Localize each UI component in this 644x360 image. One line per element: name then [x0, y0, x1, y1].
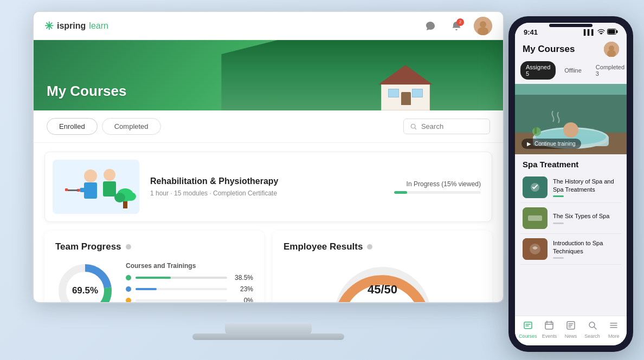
bottom-nav-events[interactable]: Events — [539, 320, 559, 339]
events-nav-label: Events — [542, 333, 557, 339]
continue-btn-label: Continue training — [534, 141, 576, 147]
top-nav: ✳ ispring learn 2 — [34, 12, 503, 40]
donut-legend: Courses and Trainings 38.5% 23% — [126, 262, 253, 303]
progress-bar-fill — [394, 191, 407, 194]
phone-tab-completed[interactable]: Completed 3 — [590, 61, 627, 80]
notifications-button[interactable]: 2 — [448, 17, 465, 35]
course-meta: 1 hour · 15 modules · Completion Certifi… — [150, 189, 383, 197]
module-name-1: The History of Spa and Spa Treatments — [553, 178, 619, 193]
svg-rect-9 — [103, 181, 116, 197]
physio-image — [53, 160, 139, 214]
news-nav-label: News — [565, 333, 577, 339]
module-progress-1 — [553, 195, 564, 197]
legend-pct-2: 23% — [231, 285, 253, 293]
module-name-2: The Six Types of Spa — [553, 212, 619, 220]
search-nav-icon — [588, 320, 597, 332]
hero-title: My Courses — [47, 83, 126, 100]
phone-title: My Courses — [523, 44, 575, 55]
spa-hero-image: ▶ Continue training — [515, 84, 627, 154]
gauge-chart — [329, 261, 437, 303]
module-item-1[interactable]: The History of Spa and Spa Treatments — [520, 172, 621, 203]
svg-rect-22 — [616, 30, 618, 33]
svg-point-16 — [125, 192, 136, 201]
course-progress: In Progress (15% viewed) — [394, 180, 481, 194]
bottom-nav-search[interactable]: Search — [583, 320, 602, 339]
module-thumb-2 — [523, 207, 548, 229]
employee-results-title: Employee Results — [284, 241, 481, 252]
legend-pct-1: 38.5% — [231, 274, 253, 282]
module-progress-2 — [553, 222, 564, 224]
employee-results-dot — [367, 244, 372, 250]
svg-rect-21 — [608, 30, 615, 34]
phone-tabs: Assigned 5 Offline Completed 3 — [515, 61, 627, 84]
completed-tab[interactable]: Completed — [102, 118, 161, 135]
phone-tab-assigned[interactable]: Assigned 5 — [520, 61, 556, 80]
status-time: 9:41 — [524, 28, 538, 36]
bottom-cards: Team Progress 69.5% — [34, 231, 503, 303]
continue-training-button[interactable]: ▶ Continue training — [521, 139, 581, 149]
chat-button[interactable] — [422, 17, 439, 35]
team-progress-dot — [126, 244, 131, 250]
bottom-nav-news[interactable]: News — [561, 320, 581, 339]
svg-rect-35 — [534, 127, 537, 134]
module-info-1: The History of Spa and Spa Treatments — [553, 178, 619, 197]
course-card[interactable]: Rehabilitation & Physiotherapy 1 hour · … — [44, 152, 492, 222]
events-nav-icon — [544, 320, 554, 332]
svg-rect-39 — [528, 215, 542, 221]
legend-dot-3 — [126, 298, 131, 303]
phone-avatar[interactable] — [604, 42, 619, 57]
module-progress-3 — [553, 257, 564, 259]
search-input[interactable] — [421, 122, 483, 130]
svg-rect-11 — [68, 189, 78, 191]
legend-title: Courses and Trainings — [126, 262, 253, 270]
gauge-section: 45/50 — [284, 261, 481, 297]
battery-icon — [607, 29, 618, 36]
module-item-2[interactable]: The Six Types of Spa — [520, 203, 621, 234]
team-progress-title: Team Progress — [55, 241, 253, 252]
legend-row-1: 38.5% — [126, 274, 253, 282]
donut-chart: 69.5% — [55, 261, 115, 303]
course-thumbnail — [53, 160, 139, 214]
svg-point-8 — [104, 169, 115, 181]
filter-bar: Enrolled Completed — [34, 110, 503, 143]
ispring-logo-icon: ✳ — [44, 19, 54, 32]
svg-rect-42 — [524, 322, 532, 329]
laptop-stand — [225, 324, 312, 335]
scene: ✳ ispring learn 2 — [0, 0, 644, 360]
logo: ✳ ispring learn — [44, 19, 108, 32]
progress-bar-wrapper — [394, 191, 481, 194]
laptop-base — [192, 333, 344, 340]
spa-treatment-title: Spa Treatment — [515, 154, 627, 172]
phone-mockup: 9:41 ▌▌▌ — [508, 16, 633, 352]
donut-value: 69.5% — [72, 285, 98, 296]
bottom-nav-courses[interactable]: Courses — [518, 320, 538, 339]
legend-pct-3: 0% — [231, 297, 253, 303]
svg-rect-43 — [545, 322, 553, 329]
bottom-nav-more[interactable]: More — [604, 320, 623, 339]
wifi-icon — [597, 29, 605, 36]
svg-rect-12 — [65, 188, 68, 191]
course-title: Rehabilitation & Physiotherapy — [150, 176, 383, 186]
enrolled-tab[interactable]: Enrolled — [47, 118, 98, 135]
search-nav-label: Search — [584, 333, 600, 339]
legend-row-2: 23% — [126, 285, 253, 293]
svg-point-15 — [114, 193, 125, 202]
logo-learn-text: learn — [89, 21, 108, 31]
module-info-2: The Six Types of Spa — [553, 212, 619, 224]
module-list: The History of Spa and Spa Treatments Th… — [515, 172, 627, 265]
status-icons: ▌▌▌ — [584, 29, 618, 36]
gauge-value: 45/50 — [368, 283, 397, 297]
hero-banner: My Courses — [34, 40, 503, 110]
employee-results-card: Employee Results 45/50 — [273, 231, 492, 303]
user-avatar[interactable] — [474, 17, 492, 35]
module-item-3[interactable]: Introduction to Spa Techniques — [520, 234, 621, 265]
nav-icons: 2 — [422, 17, 492, 35]
logo-text: ispring — [57, 21, 86, 31]
phone-tab-offline[interactable]: Offline — [559, 64, 587, 76]
module-name-3: Introduction to Spa Techniques — [553, 239, 619, 255]
svg-rect-7 — [80, 188, 91, 192]
courses-nav-label: Courses — [519, 333, 537, 339]
more-nav-label: More — [608, 333, 620, 339]
module-thumb-3 — [523, 238, 548, 260]
module-thumb-1 — [523, 176, 548, 198]
